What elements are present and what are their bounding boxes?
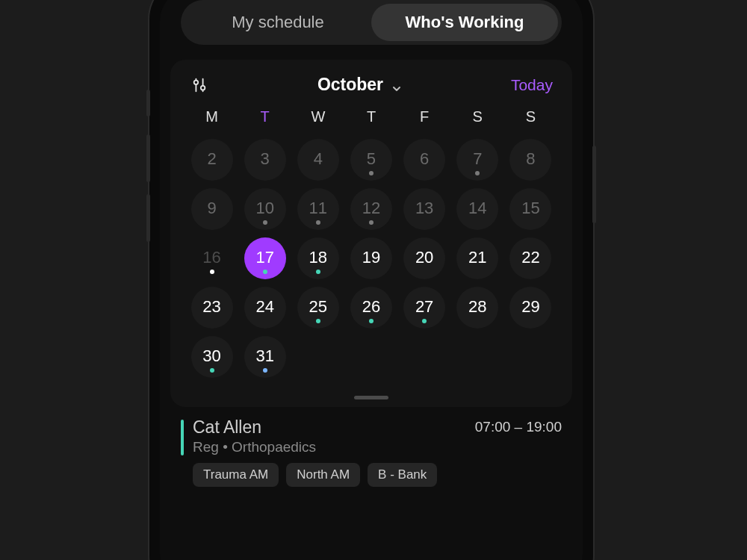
calendar-day-number: 14: [468, 200, 486, 217]
event-dot-icon: [369, 220, 374, 225]
shift-person-name: Cat Allen: [193, 417, 316, 438]
calendar-day[interactable]: 10: [244, 188, 286, 230]
side-button: [592, 146, 596, 223]
side-button: [146, 194, 150, 242]
calendar-day[interactable]: 9: [191, 188, 233, 230]
event-dot-icon: [369, 171, 374, 175]
today-button[interactable]: Today: [511, 76, 553, 94]
shift-chip[interactable]: Trauma AM: [193, 463, 279, 487]
calendar-day[interactable]: 8: [509, 139, 551, 181]
shift-time: 07:00 – 19:00: [475, 419, 562, 435]
event-dot-icon: [210, 368, 214, 373]
calendar-day[interactable]: 18: [297, 237, 339, 279]
calendar-day-number: 28: [468, 299, 486, 315]
calendar-day[interactable]: 29: [509, 287, 551, 329]
side-button: [146, 90, 150, 116]
weekday-label: M: [185, 108, 238, 125]
weekday-label: T: [344, 108, 397, 125]
event-dot-icon: [263, 220, 267, 225]
calendar-day-number: 9: [207, 200, 216, 217]
tab-my-schedule[interactable]: My schedule: [185, 4, 371, 41]
calendar-day[interactable]: 31: [244, 336, 286, 378]
tab-whos-working[interactable]: Who's Working: [371, 4, 558, 41]
calendar-day[interactable]: 13: [403, 188, 445, 230]
calendar-day[interactable]: 30: [191, 336, 233, 378]
event-dot-icon: [475, 171, 480, 175]
calendar-day-number: 31: [255, 348, 273, 364]
calendar-day[interactable]: 24: [244, 287, 286, 329]
event-dot-icon: [369, 319, 374, 323]
calendar-day-number: 15: [521, 200, 539, 217]
calendar-day-number: 21: [468, 249, 486, 266]
view-segmented-control: My scheduleWho's Working: [181, 0, 562, 45]
calendar-day-number: 4: [314, 151, 323, 167]
calendar-card: October Today MTWTFSS 234567891011121314…: [170, 60, 572, 407]
calendar-day-number: 22: [521, 249, 539, 266]
calendar-day[interactable]: 11: [297, 188, 339, 230]
calendar-day[interactable]: 7: [456, 139, 498, 181]
weekday-label: S: [451, 108, 504, 125]
calendar-day[interactable]: 21: [456, 237, 498, 279]
calendar-day-number: 18: [309, 249, 327, 266]
calendar-day[interactable]: 16: [191, 237, 233, 279]
calendar-day[interactable]: 28: [456, 287, 498, 329]
calendar-day[interactable]: 27: [403, 287, 445, 329]
calendar-day[interactable]: 6: [403, 139, 445, 181]
calendar-grid: 2345678910111213141516171819202122232425…: [182, 139, 560, 378]
calendar-day-number: 29: [521, 299, 539, 315]
weekday-label: F: [398, 108, 451, 125]
drag-handle[interactable]: [354, 396, 388, 399]
weekday-header: MTWTFSS: [182, 108, 560, 125]
calendar-day-number: 13: [415, 200, 433, 217]
calendar-day[interactable]: 15: [509, 188, 551, 230]
event-dot-icon: [316, 270, 320, 274]
calendar-day-number: 20: [415, 249, 433, 266]
side-button: [146, 134, 150, 182]
calendar-day[interactable]: 4: [297, 139, 339, 181]
shift-chip[interactable]: B - Bank: [368, 463, 437, 487]
event-dot-icon: [263, 368, 267, 373]
chevron-down-icon: [391, 79, 403, 91]
calendar-day-number: 26: [362, 299, 380, 315]
calendar-day[interactable]: 20: [403, 237, 445, 279]
svg-point-2: [194, 80, 199, 84]
calendar-day-number: 24: [255, 299, 273, 315]
phone-frame: My scheduleWho's Working October: [149, 0, 593, 560]
filter-icon[interactable]: [190, 75, 209, 95]
calendar-day[interactable]: 12: [350, 188, 392, 230]
calendar-day-number: 10: [255, 200, 273, 217]
shift-chip[interactable]: North AM: [286, 463, 360, 487]
month-picker[interactable]: October: [317, 75, 403, 95]
shift-card[interactable]: Cat Allen Reg • Orthopaedics 07:00 – 19:…: [181, 417, 562, 487]
calendar-day-number: 19: [362, 249, 380, 266]
event-dot-icon: [263, 270, 267, 274]
svg-point-3: [201, 85, 205, 90]
weekday-label: T: [238, 108, 291, 125]
calendar-day-number: 3: [261, 151, 270, 167]
calendar-day-number: 11: [309, 200, 327, 217]
calendar-day-number: 27: [415, 299, 433, 315]
shift-chips: Trauma AMNorth AMB - Bank: [193, 463, 562, 487]
calendar-day[interactable]: 2: [191, 139, 233, 181]
calendar-day[interactable]: 23: [191, 287, 233, 329]
calendar-day-number: 8: [526, 151, 535, 167]
calendar-day-number: 6: [420, 151, 429, 167]
calendar-day-number: 5: [367, 151, 376, 167]
weekday-label: S: [504, 108, 557, 125]
calendar-day-number: 12: [362, 200, 380, 217]
calendar-day-number: 17: [255, 249, 273, 266]
event-dot-icon: [210, 270, 214, 274]
calendar-day[interactable]: 25: [297, 287, 339, 329]
calendar-day[interactable]: 22: [509, 237, 551, 279]
calendar-day-number: 23: [202, 299, 220, 315]
calendar-day[interactable]: 3: [244, 139, 286, 181]
calendar-day[interactable]: 14: [456, 188, 498, 230]
calendar-day[interactable]: 5: [350, 139, 392, 181]
shift-accent-bar: [181, 420, 184, 455]
calendar-day[interactable]: 17: [244, 237, 286, 279]
weekday-label: W: [291, 108, 344, 125]
calendar-day[interactable]: 26: [350, 287, 392, 329]
event-dot-icon: [316, 220, 320, 225]
calendar-day[interactable]: 19: [350, 237, 392, 279]
event-dot-icon: [316, 319, 320, 323]
